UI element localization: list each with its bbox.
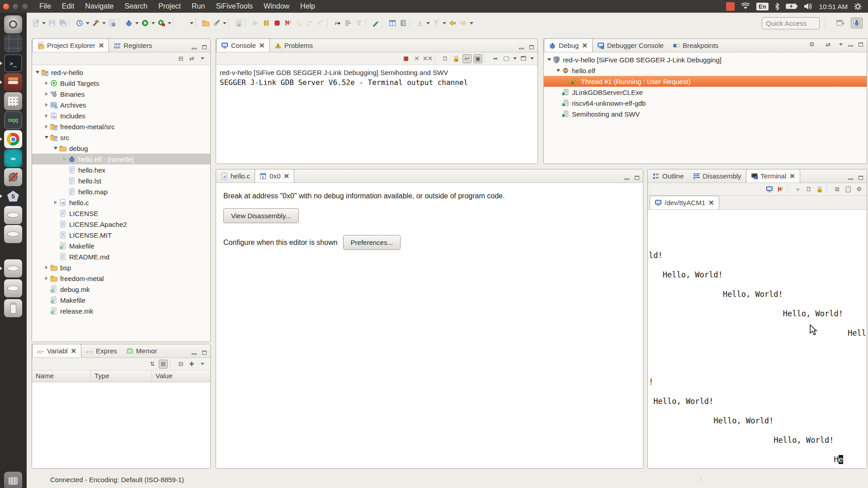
wifi-icon[interactable] (741, 3, 750, 10)
maximize-panel-icon[interactable] (859, 42, 863, 47)
debug-perspective-button[interactable] (851, 18, 863, 28)
expand-arrow-icon[interactable] (44, 277, 49, 280)
scroll-lock-button[interactable]: ⫟ (793, 185, 802, 194)
step-return-button[interactable] (316, 18, 326, 28)
debug-menu-icon[interactable] (134, 18, 140, 28)
close-icon[interactable]: ✕ (259, 42, 265, 50)
tree-item-semihosting-and-swv[interactable]: Semihosting and SWV (544, 108, 867, 119)
search-menu-icon[interactable] (222, 18, 227, 28)
tree-item-hello-c[interactable]: .chello.c (32, 197, 210, 208)
close-icon[interactable]: ✕ (71, 347, 77, 355)
tab-debug[interactable]: Debug✕ (544, 38, 593, 52)
tab-expressions[interactable]: x+yExpres (81, 344, 122, 357)
display-console-menu[interactable] (512, 54, 518, 64)
forward-button[interactable] (458, 18, 468, 28)
last-edit-location-button[interactable] (234, 18, 244, 28)
remove-all-terminated-button[interactable]: ✕✕ (423, 54, 432, 63)
tree-item-bsp[interactable]: bsp (32, 262, 210, 273)
volume-icon[interactable] (804, 3, 813, 10)
build-button[interactable] (91, 18, 101, 28)
build-menu-icon[interactable] (101, 18, 107, 28)
display-selected-console-button[interactable]: ➦ (491, 54, 500, 63)
menu-item-run[interactable]: Run (187, 0, 209, 12)
menu-item-project[interactable]: Project (154, 0, 185, 12)
dock-item-preferences-tools[interactable] (4, 168, 22, 186)
previous-annotation-button[interactable] (431, 18, 441, 28)
save-button[interactable] (47, 18, 57, 28)
dock-item-disk-1[interactable] (4, 206, 22, 224)
expand-arrow-icon[interactable] (44, 81, 49, 85)
debug-button[interactable] (124, 18, 134, 28)
menu-item-sifivetools[interactable]: SiFiveTools (211, 0, 257, 12)
dock-item-sifive-studio[interactable]: 5 (4, 187, 22, 205)
toggle-command-input-button[interactable]: 🔒 (815, 185, 824, 194)
tab-debugger-console[interactable]: Debugger Console (593, 39, 668, 52)
terminal-output-area[interactable]: ld! Hello, World! Hello, World! Hello, W… (648, 210, 867, 469)
column-type[interactable]: Type (91, 371, 152, 382)
expand-arrow-icon[interactable] (44, 103, 49, 107)
disconnect-terminal-button[interactable] (776, 185, 785, 194)
dock-item-terminal[interactable]: >_ (4, 54, 22, 72)
show-console-on-output-toggle[interactable]: ▣ (473, 54, 482, 63)
show-logical-structure-button[interactable]: ⊞ (159, 360, 168, 369)
suspend-button[interactable] (261, 18, 271, 28)
save-all-button[interactable] (58, 18, 68, 28)
close-icon[interactable]: ✕ (708, 199, 714, 207)
step-by-instruction-button[interactable]: i (332, 18, 342, 28)
menu-item-edit[interactable]: Edit (57, 0, 79, 12)
window-maximize-button[interactable] (22, 3, 28, 10)
tree-item-thread-1-running-user-request[interactable]: Thread #1 (Running : User Request) (544, 76, 867, 87)
tab-outline[interactable]: Outline (648, 169, 689, 183)
dock-item-notepadqq[interactable]: nqq (4, 111, 22, 129)
expand-arrow-icon[interactable] (44, 136, 49, 139)
dock-item-disk-3[interactable] (4, 259, 22, 277)
launch-history-menu-icon[interactable] (85, 18, 90, 28)
tree-item-hello-elf[interactable]: hello.elf (544, 65, 867, 76)
dock-item-workspace-switcher[interactable] (4, 34, 22, 52)
expand-arrow-icon[interactable] (44, 92, 49, 96)
tree-item-jlinkgdbserverclexe[interactable]: JLinkGDBServerCLExe (544, 87, 867, 98)
tree-item-license-apache2[interactable]: LICENSE.Apache2 (32, 219, 210, 230)
previous-annotation-menu-icon[interactable] (442, 18, 447, 28)
launch-history-button[interactable] (75, 18, 85, 28)
close-icon[interactable]: ✕ (789, 172, 795, 180)
minimize-panel-icon[interactable] (519, 48, 524, 49)
collapse-all-button[interactable]: ⊟ (176, 54, 185, 63)
recording-indicator-icon[interactable] (726, 2, 735, 11)
terminate-button[interactable] (272, 18, 282, 28)
tab-dev-ttyacm1[interactable]: /dev/ttyACM1✕ (650, 196, 719, 209)
tree-item-src[interactable]: Csrc (32, 132, 210, 143)
tree-item-makefile[interactable]: Makefile (32, 295, 210, 305)
paste-button[interactable]: 📋 (844, 185, 853, 194)
terminate-button[interactable] (401, 54, 410, 63)
terminal-settings-button[interactable]: ⚙ (854, 185, 863, 194)
tree-item-license-mit[interactable]: LICENSE.MIT (32, 230, 210, 240)
pin-console-button[interactable]: 🖵 (502, 54, 511, 63)
next-annotation-button[interactable] (415, 18, 425, 28)
menu-item-file[interactable]: File (35, 0, 56, 12)
breakpoint-types-button[interactable] (398, 18, 408, 28)
scroll-lock-button[interactable]: 🔒 (452, 54, 461, 63)
maximize-panel-icon[interactable] (202, 351, 207, 355)
tree-item-license[interactable]: LICENSE (32, 208, 210, 219)
minimize-panel-icon[interactable] (848, 45, 853, 47)
menu-item-search[interactable]: Search (120, 0, 152, 12)
copy-button[interactable]: ⧉ (833, 185, 842, 194)
disconnect-button[interactable] (283, 18, 293, 28)
bluetooth-icon[interactable] (775, 3, 779, 10)
menu-item-navigate[interactable]: Navigate (80, 0, 118, 12)
keyboard-layout-indicator[interactable]: En (756, 3, 769, 10)
session-gear-icon[interactable] (854, 3, 862, 10)
open-console-menu[interactable] (529, 54, 535, 64)
tree-item-red-v-hello[interactable]: Cred-v-hello (32, 67, 210, 78)
tab-memory[interactable]: Memor (122, 344, 162, 357)
instruction-stepping-mode-button[interactable] (343, 18, 353, 28)
tab-breakpoints[interactable]: Breakpoints (668, 39, 723, 52)
dock-item-disk-4[interactable] (4, 279, 22, 297)
expand-arrow-icon[interactable] (53, 201, 58, 204)
maximize-panel-icon[interactable] (859, 176, 863, 180)
add-watchpoint-button[interactable]: ✚ (187, 360, 196, 369)
column-name[interactable]: Name (32, 371, 91, 382)
remove-all-terminated-button[interactable]: ⧉ (807, 39, 817, 49)
tree-item-debug-mk[interactable]: debug.mk (32, 284, 210, 295)
